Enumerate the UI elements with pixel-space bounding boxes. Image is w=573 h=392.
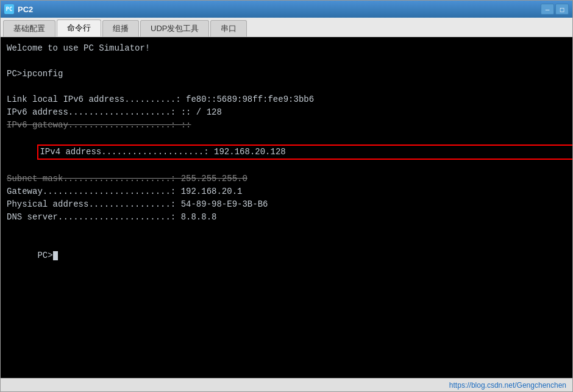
minimize-button[interactable]: —	[541, 4, 554, 15]
title-buttons: — □	[541, 4, 569, 15]
tab-bar: 基础配置 命令行 组播 UDP发包工具 串口	[1, 18, 572, 37]
terminal-cursor	[53, 251, 58, 260]
terminal-line-1	[7, 55, 566, 68]
terminal-line-3	[7, 80, 566, 93]
terminal-line-2: PC>ipconfig	[7, 68, 566, 80]
terminal-line-5: IPv6 address....................: :: / 1…	[7, 106, 566, 119]
highlighted-row: IPv4 address....................: 192.16…	[37, 144, 572, 160]
status-bar: https://blog.csdn.net/Gengchenchen	[1, 378, 572, 391]
terminal-prompt-line: PC>	[7, 237, 566, 275]
terminal-line-4: Link local IPv6 address..........: fe80:…	[7, 93, 566, 106]
maximize-button[interactable]: □	[555, 4, 569, 15]
tab-serial[interactable]: 串口	[210, 20, 247, 37]
app-icon: PC	[4, 4, 14, 14]
main-window: PC PC2 — □ 基础配置 命令行 组播 UDP发包工具 串口 Welcom…	[0, 0, 573, 392]
terminal-line-10: Physical address................: 54-89-…	[7, 198, 566, 211]
title-bar: PC PC2 — □	[1, 1, 572, 18]
terminal-line-9: Gateway.........................: 192.16…	[7, 185, 566, 198]
terminal-prompt: PC>	[37, 251, 52, 260]
tab-cmd[interactable]: 命令行	[57, 20, 101, 37]
tab-group[interactable]: 组播	[102, 20, 139, 37]
status-link: https://blog.csdn.net/Gengchenchen	[449, 381, 566, 390]
terminal-line-6: IPv6 gateway....................: ::	[7, 119, 566, 132]
terminal-line-12	[7, 224, 566, 237]
window-title: PC2	[18, 5, 33, 14]
app-icon-text: PC	[6, 6, 13, 12]
terminal-area[interactable]: Welcome to use PC Simulator! PC>ipconfig…	[1, 37, 572, 378]
terminal-line-7: IPv4 address....................: 192.16…	[7, 132, 566, 173]
terminal-line-11: DNS server......................: 8.8.8.…	[7, 211, 566, 224]
terminal-line-0: Welcome to use PC Simulator!	[7, 42, 566, 55]
title-bar-left: PC PC2	[4, 4, 33, 14]
tab-basic[interactable]: 基础配置	[3, 20, 55, 37]
terminal-line-8: Subnet mask.....................: 255.25…	[7, 173, 566, 185]
tab-udp[interactable]: UDP发包工具	[140, 20, 209, 37]
